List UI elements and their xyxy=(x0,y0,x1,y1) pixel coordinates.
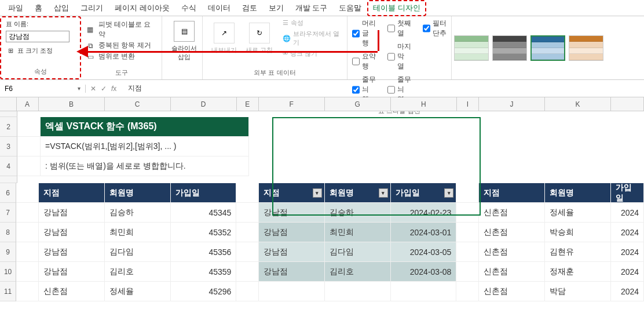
row-header-1[interactable] xyxy=(0,111,17,117)
convert-to-range-button[interactable]: ▭ 범위로 변환 xyxy=(86,52,157,61)
cell-K7[interactable]: 정세율 xyxy=(545,203,611,223)
cell-G7[interactable]: 김승하 xyxy=(325,203,391,223)
cell-E9[interactable] xyxy=(236,242,259,262)
menu-home[interactable]: 홈 xyxy=(29,1,48,16)
cell-L6[interactable]: 가입일 xyxy=(611,183,644,203)
cell-E11[interactable] xyxy=(236,282,259,301)
cell-F10[interactable]: 강남점 xyxy=(259,262,325,282)
cell-I7[interactable] xyxy=(456,203,479,223)
col-header-I[interactable]: I xyxy=(457,97,479,111)
cell-K11[interactable]: 박담 xyxy=(545,282,611,301)
cell-C10[interactable]: 김리호 xyxy=(105,262,171,282)
table-styles-gallery[interactable] xyxy=(452,16,644,79)
row-header-9[interactable]: 9 xyxy=(0,242,16,262)
cell-F6[interactable]: 지점▾ xyxy=(259,183,325,203)
cell-J10[interactable]: 신촌점 xyxy=(479,262,545,282)
cell-G10[interactable]: 김리호 xyxy=(325,262,391,282)
cell-G6[interactable]: 회원명▾ xyxy=(325,183,391,203)
style-swatch-1[interactable] xyxy=(454,35,489,61)
filter-G[interactable]: ▾ xyxy=(379,188,388,198)
row-header-6[interactable]: 6 xyxy=(0,183,16,203)
cell-B8[interactable]: 강남점 xyxy=(39,223,105,242)
cell-D6[interactable]: 가입일 xyxy=(171,183,237,203)
cell-D7[interactable]: 45345 xyxy=(171,203,237,223)
first-col-checkbox[interactable]: 첫째 열 xyxy=(387,19,411,38)
cell-D9[interactable]: 45356 xyxy=(171,242,237,262)
cell-A3[interactable] xyxy=(17,137,41,156)
col-header-L[interactable] xyxy=(611,97,644,111)
total-row-checkbox[interactable]: 요약 행 xyxy=(352,52,376,71)
accept-formula-icon[interactable]: ✓ xyxy=(101,85,107,93)
cell-E10[interactable] xyxy=(236,262,259,282)
cell-F8[interactable]: 강남점 xyxy=(259,223,325,242)
remove-duplicates-button[interactable]: ⧉ 중복된 항목 제거 xyxy=(86,41,157,50)
cell-H8[interactable]: 2024-03-01 xyxy=(391,223,457,242)
cell-I10[interactable] xyxy=(456,262,479,282)
export-button[interactable]: ↗ 내보내기 xyxy=(207,19,240,58)
filter-F[interactable]: ▾ xyxy=(313,188,322,198)
row-header-11[interactable]: 11 xyxy=(0,282,16,301)
cell-B2-title[interactable]: 엑셀 VSTACK 함수 (M365) xyxy=(41,117,249,137)
row-header-5[interactable] xyxy=(0,176,17,183)
row-header-2[interactable]: 2 xyxy=(0,117,17,137)
summarize-pivot-button[interactable]: ▦ 피벗 테이블로 요약 xyxy=(86,20,157,39)
cell-B6[interactable]: 지점 xyxy=(39,183,105,203)
menu-page-layout[interactable]: 페이지 레이아웃 xyxy=(109,1,175,16)
col-header-F[interactable]: F xyxy=(259,97,325,111)
cell-K10[interactable]: 정재훈 xyxy=(545,262,611,282)
cell-B11[interactable]: 신촌점 xyxy=(39,282,105,301)
cell-L11[interactable]: 2024 xyxy=(611,282,644,301)
cell-F9[interactable]: 강남점 xyxy=(259,242,325,262)
cell-C11[interactable]: 정세율 xyxy=(105,282,171,301)
cell-L10[interactable]: 2024 xyxy=(611,262,644,282)
last-col-checkbox[interactable]: 마지막 열 xyxy=(387,42,411,71)
cell-B9[interactable]: 강남점 xyxy=(39,242,105,262)
cancel-formula-icon[interactable]: ✕ xyxy=(90,85,96,93)
cell-A4[interactable] xyxy=(17,156,41,176)
cell-J6[interactable]: 지점 xyxy=(479,183,545,203)
cell-L8[interactable]: 2024 xyxy=(611,223,644,242)
fx-icon[interactable]: fx xyxy=(111,85,116,93)
cell-H7[interactable]: 2024-02-23 xyxy=(391,203,457,223)
cell-G9[interactable]: 김다임 xyxy=(325,242,391,262)
cell-J8[interactable]: 신촌점 xyxy=(479,223,545,242)
col-header-K[interactable]: K xyxy=(545,97,611,111)
col-header-G[interactable]: G xyxy=(325,97,391,111)
cell-A2[interactable] xyxy=(17,117,41,137)
row-header-7[interactable]: 7 xyxy=(0,203,16,223)
style-swatch-2[interactable] xyxy=(492,35,527,61)
cell-D10[interactable]: 45359 xyxy=(171,262,237,282)
col-header-J[interactable]: J xyxy=(479,97,545,111)
cell-D11[interactable]: 45296 xyxy=(171,282,237,301)
col-header-B[interactable]: B xyxy=(39,97,105,111)
refresh-button[interactable]: ↻ 새로 고침 xyxy=(243,19,276,58)
cell-A7[interactable] xyxy=(16,203,39,223)
menu-formulas[interactable]: 수식 xyxy=(175,1,202,16)
cell-G8[interactable]: 최민희 xyxy=(325,223,391,242)
col-header-A[interactable]: A xyxy=(17,97,39,111)
filter-H[interactable]: ▾ xyxy=(444,188,453,198)
col-header-D[interactable]: D xyxy=(171,97,237,111)
table-name-input[interactable] xyxy=(6,31,69,42)
cell-C9[interactable]: 김다임 xyxy=(105,242,171,262)
cell-J11[interactable]: 신촌점 xyxy=(479,282,545,301)
cell-L9[interactable]: 2024 xyxy=(611,242,644,262)
cell-I9[interactable] xyxy=(456,242,479,262)
cell-B7[interactable]: 강남점 xyxy=(39,203,105,223)
row-header-3[interactable]: 3 xyxy=(0,137,17,156)
style-swatch-4[interactable] xyxy=(569,35,603,61)
cell-H9[interactable]: 2024-03-05 xyxy=(391,242,457,262)
col-header-E[interactable]: E xyxy=(237,97,259,111)
cell-B3[interactable]: =VSTACK(범위1,[범위2],[범위3], ... ) xyxy=(41,137,249,156)
name-box-dropdown-icon[interactable]: ▾ xyxy=(78,85,80,92)
menu-help[interactable]: 도움말 xyxy=(333,1,367,16)
resize-table-button[interactable]: ⊞ 표 크기 조정 xyxy=(6,46,75,55)
cell-E6[interactable] xyxy=(236,183,259,203)
cell-H6[interactable]: 가입일▾ xyxy=(391,183,457,203)
menu-developer[interactable]: 개발 도구 xyxy=(290,1,334,16)
style-swatch-3[interactable] xyxy=(530,35,565,61)
cell-L7[interactable]: 2024 xyxy=(611,203,644,223)
cell-G11[interactable] xyxy=(325,282,391,301)
col-header-H[interactable]: H xyxy=(391,97,457,111)
cell-K6[interactable]: 회원명 xyxy=(545,183,611,203)
